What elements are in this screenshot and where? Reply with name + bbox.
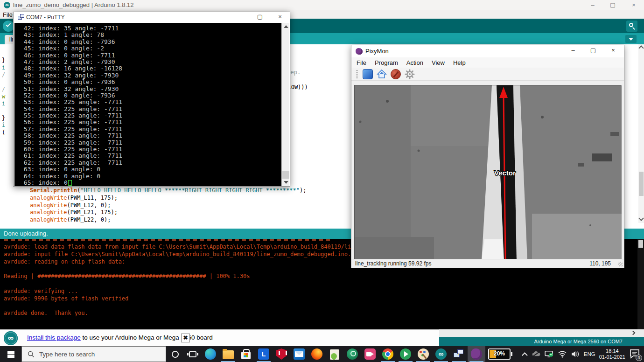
arduino-icon: ∞ — [435, 348, 447, 360]
pixymon-menu-item[interactable]: Help — [453, 59, 466, 66]
wifi-icon[interactable] — [558, 350, 567, 358]
hidden-icons-chevron[interactable] — [522, 352, 528, 358]
cursor-coordinates: 110, 195 — [589, 260, 611, 267]
taskbar-app-mcafee[interactable] — [273, 346, 290, 362]
search-placeholder: Type here to search — [39, 351, 95, 358]
pixymon-menu-item[interactable]: Program — [375, 59, 398, 66]
taskbar-app-arduino[interactable]: ∞ — [432, 346, 450, 362]
arduino-window-title: line_zumo_demo_debugged | Arduino 1.8.12 — [13, 1, 134, 8]
taskbar-app-file-explorer[interactable] — [219, 346, 237, 362]
editor-scrollbar[interactable] — [638, 44, 644, 223]
magnifier-icon — [629, 23, 633, 27]
putty-titlebar[interactable]: COM7 - PuTTY – ▢ × — [14, 12, 290, 23]
tracking-status: line_tracking running 59.92 fps — [355, 260, 431, 267]
scroll-down-icon[interactable] — [284, 181, 288, 184]
putty-app-icon — [18, 14, 25, 21]
putty-terminal[interactable]: 42: index: 35 angle: -7711 43: index: 1 … — [14, 23, 282, 186]
search-icon — [28, 351, 35, 358]
check-icon — [6, 22, 11, 27]
chevron-right-icon[interactable] — [631, 331, 636, 335]
tab-menu-button[interactable] — [625, 35, 637, 43]
putty-icon — [453, 348, 464, 360]
notification-count-badge: 3 — [636, 355, 642, 361]
desktop: ∞ line_zumo_demo_debugged | Arduino 1.8.… — [0, 0, 644, 362]
pixymon-menubar: FileProgramActionViewHelp — [351, 57, 624, 68]
taskbar-app-paint[interactable] — [414, 346, 432, 362]
taskbar-app-edge[interactable] — [202, 346, 219, 362]
pixymon-menu-item[interactable]: File — [357, 59, 366, 66]
taskbar-app-lively[interactable]: L — [255, 346, 273, 362]
putty-scrollbar[interactable] — [281, 23, 289, 186]
install-package-link[interactable]: Install this package — [27, 334, 81, 341]
putty-maximize-button[interactable]: ▢ — [253, 13, 267, 21]
taskbar-app-firefox[interactable] — [308, 346, 326, 362]
video-app-icon — [364, 348, 376, 360]
clock[interactable]: 18:14 01-01-2021 — [599, 348, 625, 360]
console-scrollbar[interactable] — [637, 239, 644, 329]
taskbar-app-android-studio[interactable] — [343, 346, 361, 362]
home-icon[interactable] — [377, 69, 387, 79]
putty-close-button[interactable]: × — [273, 13, 287, 21]
display-icon[interactable] — [363, 69, 373, 79]
pixymon-menu-item[interactable]: Action — [406, 59, 423, 66]
arduino-maximize-button[interactable]: ▢ — [606, 1, 620, 9]
pixymon-titlebar[interactable]: PixyMon – ▢ × — [351, 45, 624, 57]
putty-window-title: COM7 - PuTTY — [26, 14, 65, 21]
arduino-close-button[interactable]: × — [627, 1, 641, 9]
taskbar-app-green-play[interactable] — [397, 346, 414, 362]
paint-icon — [418, 348, 429, 360]
mcafee-icon — [276, 348, 287, 360]
taskbar-app-store[interactable] — [237, 346, 255, 362]
pixymon-window-title: PixyMon — [365, 48, 389, 55]
notification-close-button[interactable]: ✖ — [181, 334, 190, 342]
pixymon-close-button[interactable]: × — [606, 46, 620, 55]
task-view-button[interactable] — [184, 346, 202, 362]
resize-grip[interactable] — [618, 262, 623, 266]
start-button[interactable] — [0, 346, 21, 362]
volume-icon[interactable] — [571, 350, 580, 358]
system-tray: ENG 18:14 01-01-2021 3 — [524, 348, 644, 360]
pixymon-minimize-button[interactable]: – — [566, 46, 580, 55]
line-tracking-view: Vector — [355, 85, 622, 260]
language-indicator[interactable]: ENG — [584, 351, 595, 357]
clock-date: 01-01-2021 — [599, 354, 625, 360]
configure-gear-icon[interactable] — [405, 69, 415, 79]
scrollbar-thumb[interactable] — [639, 172, 644, 196]
taskbar-app-notepad-plus[interactable] — [326, 346, 343, 362]
taskbar-app-pixymon[interactable] — [468, 346, 485, 362]
verify-button[interactable] — [3, 21, 14, 32]
scrollbar-thumb[interactable] — [282, 171, 289, 179]
taskbar-app-mail[interactable] — [290, 346, 308, 362]
onedrive-paused-icon[interactable] — [532, 350, 541, 358]
vector-label: Vector — [494, 169, 516, 177]
battery-meter[interactable]: 20% — [488, 348, 511, 360]
scroll-down-icon[interactable] — [638, 216, 644, 221]
putty-minimize-button[interactable]: – — [233, 13, 247, 21]
putty-window: COM7 - PuTTY – ▢ × 42: index: 35 angle: … — [13, 12, 290, 187]
android-studio-icon — [347, 348, 358, 360]
search-input[interactable]: Type here to search — [21, 346, 166, 362]
arduino-app-icon: ∞ — [4, 2, 10, 8]
location-display-icon[interactable] — [545, 350, 554, 358]
camera-feed: Vector — [354, 85, 621, 260]
taskbar-app-putty[interactable] — [450, 346, 468, 362]
clock-time: 18:14 — [599, 348, 625, 354]
battery-percent: 20% — [489, 350, 510, 357]
arduino-menu-item[interactable]: File — [3, 11, 13, 18]
arduino-titlebar[interactable]: ∞ line_zumo_demo_debugged | Arduino 1.8.… — [0, 0, 644, 10]
edge-icon — [205, 348, 216, 360]
cortana-button[interactable] — [166, 346, 184, 362]
pixymon-menu-item[interactable]: View — [432, 59, 445, 66]
raw-video-icon[interactable] — [391, 69, 401, 79]
scroll-up-icon[interactable] — [638, 45, 644, 50]
terminal-lines: 42: index: 35 angle: -7711 43: index: 1 … — [20, 25, 282, 186]
action-center-button[interactable]: 3 — [629, 348, 641, 360]
scroll-up-icon[interactable] — [284, 25, 288, 28]
notepad-plus-icon — [330, 349, 339, 360]
taskbar-app-chrome[interactable] — [379, 346, 397, 362]
clipped-console-line — [4, 239, 330, 241]
serial-monitor-button[interactable] — [626, 21, 637, 32]
arduino-minimize-button[interactable]: – — [586, 1, 600, 9]
taskbar-app-video[interactable] — [361, 346, 379, 362]
pixymon-maximize-button[interactable]: ▢ — [586, 46, 600, 55]
